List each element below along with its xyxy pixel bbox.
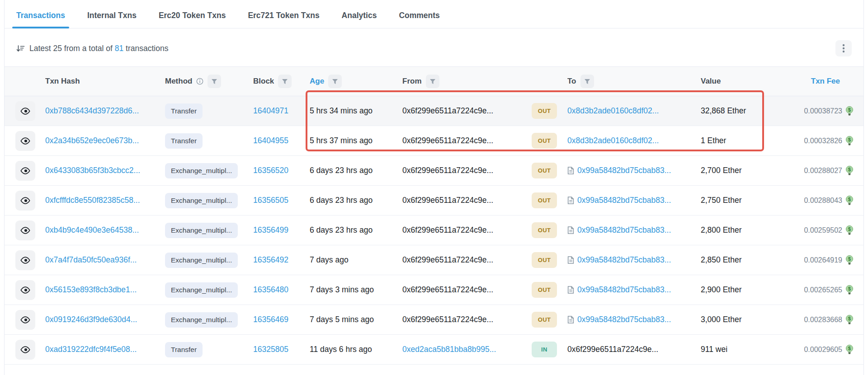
- gas-lightbulb-dollar-icon: [845, 106, 854, 116]
- from-filter-button[interactable]: [426, 75, 439, 88]
- eye-button[interactable]: [15, 191, 35, 211]
- to-address-link[interactable]: 0x99a58482bd75cbab83...: [577, 255, 671, 265]
- tab-internal-txns[interactable]: Internal Txns: [87, 9, 137, 28]
- txn-hash-link[interactable]: 0xb4b9c4e490e3e64538...: [45, 225, 139, 235]
- header-age[interactable]: Age: [310, 77, 324, 86]
- contract-document-icon: [567, 316, 574, 323]
- tab-erc721-token-txns[interactable]: Erc721 Token Txns: [248, 9, 319, 28]
- to-address-link[interactable]: 0x99a58482bd75cbab83...: [577, 315, 671, 324]
- eye-icon: [20, 345, 30, 355]
- header-from: From: [402, 77, 422, 86]
- contract-document-icon: [567, 286, 574, 294]
- txn-hash-link[interactable]: 0xb788c6434d397228d6...: [45, 106, 139, 116]
- block-link[interactable]: 16356499: [253, 225, 288, 235]
- table-row: 0x7a4f7da50fc50ea936f... Exchange_multip…: [5, 245, 863, 275]
- block-link[interactable]: 16404955: [253, 136, 288, 145]
- from-address: 0x6f299e6511a7224c9e...: [402, 225, 493, 235]
- tab-erc20-token-txns[interactable]: Erc20 Token Txns: [159, 9, 226, 28]
- txn-hash-link[interactable]: 0x2a34b652e9ec0e673b...: [45, 136, 139, 145]
- age-text: 5 hrs 37 mins ago: [310, 136, 373, 145]
- options-kebab-button[interactable]: [835, 40, 852, 56]
- direction-badge: OUT: [532, 163, 557, 178]
- header-txn-hash: Txn Hash: [45, 77, 80, 86]
- header-to: To: [567, 77, 576, 86]
- eye-button[interactable]: [15, 250, 35, 270]
- eye-icon: [20, 315, 30, 325]
- value-text: 32,868 Ether: [701, 106, 746, 116]
- header-method: Method: [165, 77, 192, 86]
- to-address-link[interactable]: 0x99a58482bd75cbab83...: [577, 225, 671, 235]
- gas-lightbulb-dollar-icon: [845, 285, 854, 295]
- transactions-card: Transactions Internal Txns Erc20 Token T…: [4, 0, 864, 375]
- table-row: 0x0919246d3f9de630d4... Exchange_multipl…: [5, 305, 863, 335]
- block-link[interactable]: 16356469: [253, 315, 288, 324]
- from-address: 0x6f299e6511a7224c9e...: [402, 196, 493, 205]
- tab-comments[interactable]: Comments: [399, 9, 439, 28]
- to-address-link[interactable]: 0x8d3b2ade0160c8df02...: [567, 106, 659, 116]
- age-filter-button[interactable]: [328, 75, 342, 88]
- txn-hash-link[interactable]: 0x6433083b65f3b3cbcc2...: [45, 166, 140, 175]
- direction-badge: OUT: [532, 222, 557, 238]
- age-text: 6 days 23 hrs ago: [310, 166, 373, 175]
- txn-fee-text: 0.00265265: [804, 286, 842, 294]
- header-value: Value: [701, 77, 721, 86]
- txn-hash-link[interactable]: 0x56153e893f8cb3dbe1...: [45, 285, 137, 295]
- block-filter-button[interactable]: [278, 75, 292, 88]
- block-link[interactable]: 16356520: [253, 166, 288, 175]
- txn-hash-link[interactable]: 0x0919246d3f9de630d4...: [45, 315, 137, 324]
- block-link[interactable]: 16325805: [253, 345, 288, 354]
- tab-analytics[interactable]: Analytics: [342, 9, 377, 28]
- to-address-link[interactable]: 0x99a58482bd75cbab83...: [577, 166, 671, 175]
- eye-button[interactable]: [15, 101, 35, 121]
- method-badge: Exchange_multipl...: [165, 282, 238, 298]
- to-address-link[interactable]: 0x8d3b2ade0160c8df02...: [567, 136, 659, 145]
- to-filter-button[interactable]: [580, 75, 594, 88]
- value-text: 2,700 Ether: [701, 166, 741, 175]
- block-link[interactable]: 16356492: [253, 255, 288, 265]
- table-header-row: Txn Hash Method Block Age: [5, 66, 863, 96]
- txn-fee-text: 0.00029605: [804, 346, 842, 354]
- method-badge: Exchange_multipl...: [165, 163, 238, 178]
- header-block: Block: [253, 77, 274, 86]
- method-badge: Transfer: [165, 103, 203, 119]
- txn-fee-text: 0.00288043: [804, 197, 842, 205]
- value-text: 2,800 Ether: [701, 225, 741, 235]
- total-transactions-link[interactable]: 81: [115, 44, 123, 53]
- to-address-link[interactable]: 0x99a58482bd75cbab83...: [577, 285, 671, 295]
- header-txn-fee[interactable]: Txn Fee: [811, 77, 840, 86]
- eye-button[interactable]: [15, 280, 35, 300]
- filter-funnel-icon: [429, 79, 436, 84]
- eye-button[interactable]: [15, 310, 35, 330]
- method-badge: Exchange_multipl...: [165, 223, 238, 238]
- block-link[interactable]: 16404971: [253, 106, 288, 116]
- direction-badge: OUT: [532, 252, 557, 268]
- to-address-link[interactable]: 0x99a58482bd75cbab83...: [577, 196, 671, 205]
- age-text: 7 days 5 mins ago: [310, 315, 374, 324]
- method-badge: Exchange_multipl...: [165, 253, 238, 268]
- value-text: 2,850 Ether: [701, 255, 741, 265]
- from-address-link[interactable]: 0xed2aca5b81bba8b995...: [402, 345, 496, 354]
- method-filter-button[interactable]: [208, 75, 221, 88]
- block-link[interactable]: 16356480: [253, 285, 288, 295]
- eye-button[interactable]: [15, 340, 35, 360]
- txn-fee-text: 0.00283668: [804, 316, 842, 324]
- value-text: 2,900 Ether: [701, 285, 741, 295]
- tab-bar: Transactions Internal Txns Erc20 Token T…: [5, 0, 863, 28]
- table-row: 0xfcfffdc8e550f82385c58... Exchange_mult…: [5, 186, 863, 216]
- from-address: 0x6f299e6511a7224c9e...: [402, 136, 493, 145]
- block-link[interactable]: 16356505: [253, 196, 288, 205]
- direction-badge: OUT: [532, 312, 557, 328]
- age-text: 7 days 3 mins ago: [310, 285, 374, 295]
- gas-lightbulb-dollar-icon: [845, 165, 854, 176]
- txn-hash-link[interactable]: 0x7a4f7da50fc50ea936f...: [45, 255, 137, 265]
- txn-hash-link[interactable]: 0xfcfffdc8e550f82385c58...: [45, 196, 140, 205]
- filter-funnel-icon: [332, 79, 338, 84]
- info-circle-icon[interactable]: [196, 78, 203, 85]
- eye-button[interactable]: [15, 131, 35, 151]
- eye-button[interactable]: [15, 220, 35, 240]
- age-text: 5 hrs 34 mins ago: [310, 106, 373, 116]
- eye-icon: [20, 255, 30, 265]
- eye-button[interactable]: [15, 161, 35, 181]
- tab-transactions[interactable]: Transactions: [16, 9, 65, 28]
- txn-hash-link[interactable]: 0xad319222dfc9f4f5e08...: [45, 345, 137, 354]
